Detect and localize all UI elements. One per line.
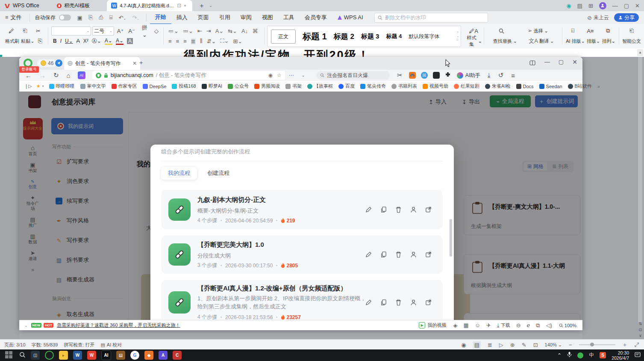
bold-button[interactable]: B	[53, 38, 57, 44]
open-external-icon[interactable]	[425, 252, 432, 258]
taskbar-app-wps[interactable]: W	[87, 351, 96, 360]
undo-icon[interactable]: ↶⌄	[119, 15, 126, 21]
format-painter-button[interactable]: 格式刷	[5, 38, 19, 44]
speaker-icon[interactable]: ◁)	[546, 322, 552, 328]
focus-mode-icon[interactable]: ⊡	[533, 342, 538, 348]
mood-icon[interactable]: ☺	[475, 322, 480, 328]
tray-expand-icon[interactable]: ⌃	[557, 352, 562, 358]
wps-search-input[interactable]: 删除文档中的水印	[374, 13, 488, 23]
copy-icon[interactable]	[380, 252, 387, 258]
superscript-button[interactable]: X²	[83, 38, 88, 44]
bookmark-item[interactable]: 书籍列表	[391, 83, 417, 89]
styles-up-icon[interactable]: ⌃	[456, 31, 459, 35]
open-external-icon[interactable]	[425, 207, 432, 213]
proxy-icon[interactable]: ⊖	[516, 322, 521, 328]
favorites-chevron-icon[interactable]: ▾	[42, 84, 44, 88]
spellcheck-status[interactable]: 拼写检查: 打开	[64, 342, 94, 348]
dark-app-icon[interactable]	[433, 72, 440, 79]
ai-proofread-button[interactable]: ▤AI 校对	[100, 342, 122, 348]
bookmark-item[interactable]: 【故事框	[307, 83, 333, 89]
format-painter-icon[interactable]: 🖉	[9, 28, 14, 34]
align-center-button[interactable]: ≡	[176, 38, 179, 44]
message-icon[interactable]: ▤	[577, 3, 582, 9]
bookmark-item[interactable]: 朱雀AI检	[485, 83, 510, 89]
char-shading-button[interactable]: A	[127, 38, 133, 44]
taskbar-app-word[interactable]: W	[73, 351, 82, 360]
bookmarks-overflow-icon[interactable]: »	[597, 84, 600, 89]
my-videos-button[interactable]: ▶ 我的视频	[419, 322, 446, 328]
char-spacing-button[interactable]: ⇆⌄	[228, 28, 237, 34]
zoom-out-button[interactable]: −	[569, 342, 572, 348]
strikethrough-button[interactable]: A	[76, 38, 80, 44]
edit-icon[interactable]	[365, 207, 372, 213]
copy-icon[interactable]	[380, 207, 387, 213]
cut-icon[interactable]: ✂	[36, 28, 41, 34]
close-button[interactable]: ✕	[635, 3, 640, 9]
view-edit-icon[interactable]: ✎	[522, 342, 526, 348]
style-normal[interactable]: 正文	[271, 30, 296, 44]
taskbar-app-ai[interactable]: AI	[101, 350, 111, 360]
zoom-in-button[interactable]: ＋	[622, 341, 628, 349]
pinyin-icon[interactable]: 拼⌄	[140, 24, 150, 38]
align-left-button[interactable]: ≡	[168, 38, 172, 44]
taskbar-app-360browser[interactable]	[45, 351, 54, 360]
ai-assistant-button[interactable]: AI助手	[457, 72, 480, 79]
tab-create-flow[interactable]: 创建流程	[204, 169, 233, 177]
favorites-star-icon[interactable]: ★	[36, 83, 41, 89]
url-bar[interactable]: bijianchuanqi.com / 创意 - 笔尖传奇写作 ◉ ☆	[92, 71, 285, 80]
bookmark-item[interactable]: 视频号助	[423, 83, 448, 89]
edit-icon[interactable]	[365, 299, 372, 306]
taskbar-clock[interactable]: 20:302026/4/7	[612, 350, 629, 361]
browser-new-tab-button[interactable]: ＋	[138, 59, 144, 67]
maximize-button[interactable]: ▢	[624, 3, 629, 9]
apps-grid-icon[interactable]: ⊞	[588, 3, 593, 9]
view-page-mode-icon[interactable]: ▤	[473, 341, 481, 349]
download-manager-button[interactable]: ⤓下载	[497, 322, 510, 329]
text-effect-button[interactable]: Ⓐ⌄	[92, 38, 101, 45]
bookmark-item[interactable]: 书架	[285, 83, 302, 89]
bookmark-item[interactable]: 即梦AI	[202, 83, 222, 89]
browser-minimize-button[interactable]: —	[544, 59, 550, 65]
open-external-icon[interactable]	[425, 299, 432, 306]
collapse-sidebar-icon[interactable]: ❘▷	[24, 83, 32, 89]
bookmark-item[interactable]: 掌中文学	[80, 83, 106, 89]
wps-scrollbar[interactable]	[638, 57, 642, 322]
ime-indicator[interactable]: 中	[589, 352, 594, 359]
site-info-icon[interactable]: ◉	[268, 72, 272, 78]
menu-tab-home[interactable]: 开始	[150, 11, 171, 24]
menu-tab-view[interactable]: 视图	[257, 11, 278, 24]
view-outline-icon[interactable]: ≣	[488, 342, 492, 348]
style-heading3[interactable]: 标题 3	[361, 33, 379, 41]
style-heading1[interactable]: 标题 1	[303, 31, 327, 42]
page-zoom-control[interactable]: 100%	[559, 323, 576, 328]
find-replace-button[interactable]: 查找替换 ⌄	[493, 38, 517, 44]
login-account-badge[interactable]: 登录账号	[19, 66, 39, 73]
font-larger-icon[interactable]: A⁺	[117, 28, 124, 34]
style-heading4[interactable]: 标题 4	[386, 33, 402, 40]
docer-ai-tab[interactable]: 稻壳AI模板	[52, 0, 94, 11]
word-count[interactable]: 字数: 55/839	[32, 342, 58, 348]
menu-tab-member[interactable]: 会员专享	[300, 11, 332, 24]
menu-tab-tools[interactable]: 工具	[278, 11, 300, 24]
redo-icon[interactable]: ↷⌄	[132, 15, 140, 21]
ai-nav-icon[interactable]: AI	[78, 71, 85, 79]
share-user-icon[interactable]	[410, 299, 417, 306]
select-button[interactable]: ➢ 选择 ⌄	[528, 27, 548, 34]
taskbar-app-chrome[interactable]: G	[130, 351, 139, 360]
bookmark-item[interactable]: 作家专区	[112, 83, 137, 89]
scroll-up-arrow[interactable]: ▲	[637, 49, 643, 56]
font-size-select[interactable]: 二号⌄	[92, 27, 114, 36]
distribute-button[interactable]: ⫼	[200, 38, 203, 44]
browser-menu-icon[interactable]: ≡	[511, 72, 515, 79]
cloud-sync-status[interactable]: ⊘未上云	[587, 14, 609, 21]
menu-tab-insert[interactable]: 插入	[171, 11, 193, 24]
print-icon[interactable]: ⎙	[99, 14, 103, 21]
history-restore-icon[interactable]: ↺	[498, 71, 504, 79]
eye-protect-icon[interactable]: ◉	[461, 342, 466, 348]
align-right-button[interactable]: ≡	[183, 38, 187, 44]
show-marks-button[interactable]: ⌘	[252, 28, 258, 34]
menu-tab-page[interactable]: 页面	[193, 11, 214, 24]
bullet-list-button[interactable]: ≔⌄	[168, 28, 179, 34]
tray-mic-icon[interactable]	[567, 352, 572, 359]
user-avatar[interactable]	[599, 2, 606, 9]
